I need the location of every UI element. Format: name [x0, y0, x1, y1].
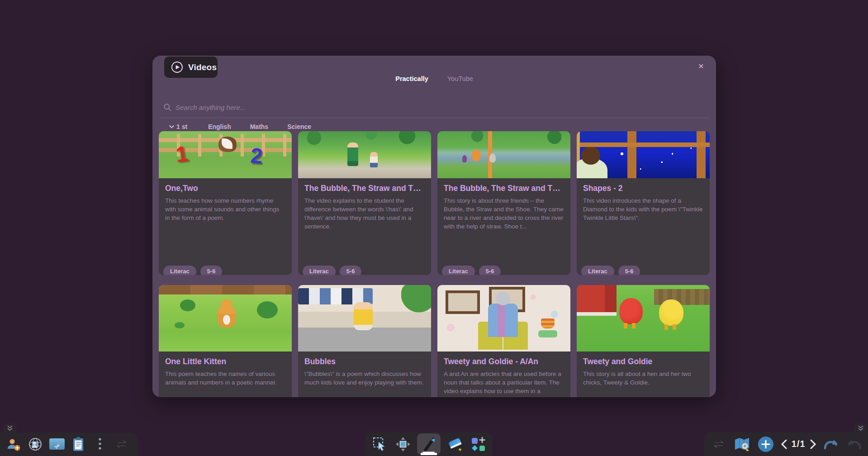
- search-bar: [163, 101, 705, 114]
- share-session-icon: [28, 437, 43, 452]
- video-card[interactable]: Tweety and Goldie This story is all abou…: [577, 285, 710, 397]
- active-tool-indicator: [421, 453, 437, 455]
- add-page-icon: [757, 436, 774, 453]
- collapse-left-toolbar-tab[interactable]: [4, 423, 16, 433]
- undo-button[interactable]: [845, 434, 863, 454]
- redo-button[interactable]: [822, 434, 840, 454]
- video-description: This video introduces the shape of a Dia…: [583, 196, 703, 222]
- subject-badge: Literac: [303, 266, 336, 275]
- tag-row: Literac 5-6: [163, 266, 222, 275]
- video-card[interactable]: The Bubble, The Straw and The … The vide…: [298, 131, 431, 275]
- video-description: A and An are articles that are used befo…: [444, 370, 564, 397]
- character-art: [354, 302, 373, 330]
- videos-modal: Videos × Practically YouTube 1 st Englis…: [152, 56, 716, 397]
- chevron-left-icon: [781, 439, 787, 449]
- thumbnail-digit: 2: [250, 143, 263, 169]
- video-description: \"Bubbles\" is a poem which discusses ho…: [304, 370, 425, 387]
- map-zoom-icon: [734, 437, 750, 451]
- video-title: Shapes - 2: [583, 184, 703, 193]
- double-chevron-down-icon: [7, 425, 13, 431]
- clipboard-button[interactable]: [69, 434, 87, 454]
- kebab-menu-icon: [98, 437, 102, 451]
- add-page-button[interactable]: [757, 434, 775, 454]
- video-card[interactable]: Bubbles \"Bubbles\" is a poem which disc…: [298, 285, 431, 397]
- filter-grade[interactable]: 1 st: [176, 123, 187, 130]
- tag-row: Literac 5-6: [581, 266, 640, 275]
- chevron-down-icon[interactable]: [169, 125, 175, 129]
- character-art: [347, 142, 358, 166]
- search-input[interactable]: [175, 104, 705, 111]
- swap-horizontal-icon: [114, 439, 129, 450]
- subject-badge: Literac: [581, 266, 614, 275]
- clipboard-icon: [72, 437, 85, 452]
- swap-pages-button[interactable]: [710, 434, 728, 454]
- right-toolbar: 1/1: [704, 432, 868, 456]
- eraser-tool-button[interactable]: [446, 434, 464, 454]
- tag-row: Literac 5-6: [442, 266, 501, 275]
- video-thumbnail: [437, 285, 570, 352]
- move-tool-icon: [395, 437, 411, 452]
- subject-badge: Literac: [442, 266, 475, 275]
- select-tool-icon: [373, 437, 387, 451]
- subject-badge: Literac: [163, 266, 196, 275]
- collapse-right-toolbar-tab[interactable]: [854, 423, 867, 433]
- source-tabs: Practically YouTube: [152, 75, 716, 82]
- age-badge: 5-6: [200, 266, 223, 275]
- video-card[interactable]: The Bubble, The Straw and The … This sto…: [437, 131, 570, 275]
- yellow-chick-art: [659, 299, 683, 326]
- filter-english[interactable]: English: [208, 123, 231, 130]
- pen-tool-button[interactable]: [417, 433, 441, 455]
- age-badge: 5-6: [618, 266, 640, 275]
- video-title: The Bubble, The Straw and The …: [304, 184, 425, 193]
- swap-horizontal-icon: [711, 439, 726, 450]
- redo-icon: [823, 437, 839, 451]
- video-description: This teaches how some numbers rhyme with…: [165, 196, 285, 222]
- video-thumbnail: [298, 285, 431, 352]
- swap-pages-button[interactable]: [113, 434, 131, 454]
- filter-science[interactable]: Science: [287, 123, 311, 130]
- character-art: [370, 152, 378, 167]
- video-title: Bubbles: [304, 357, 425, 366]
- tag-row: Literac 5-6: [303, 266, 361, 275]
- video-title: Tweety and Goldie - A/An: [444, 357, 564, 366]
- select-tool-button[interactable]: [371, 434, 389, 454]
- video-card[interactable]: One Little Kitten This poem teaches the …: [159, 285, 292, 397]
- video-card[interactable]: Shapes - 2 This video introduces the sha…: [577, 131, 710, 275]
- tab-youtube[interactable]: YouTube: [447, 75, 473, 82]
- kitten-art: [217, 305, 236, 328]
- video-title: One Little Kitten: [165, 357, 285, 366]
- video-description: The video explains to the student the di…: [304, 196, 425, 231]
- undo-icon: [846, 437, 863, 451]
- next-page-button[interactable]: [810, 439, 816, 449]
- page-indicator: 1/1: [792, 439, 806, 449]
- video-card[interactable]: 1 2 One,Two This teaches how some number…: [159, 131, 292, 275]
- add-user-icon: [6, 437, 21, 451]
- share-session-button[interactable]: [26, 434, 44, 454]
- character-art: [488, 304, 518, 337]
- character-art: [577, 158, 607, 178]
- video-thumbnail: [298, 131, 431, 178]
- more-options-button[interactable]: [91, 434, 109, 454]
- previous-page-button[interactable]: [781, 439, 787, 449]
- search-icon: [163, 103, 171, 111]
- shapes-tool-button[interactable]: [469, 434, 487, 454]
- screen-snip-button[interactable]: ✂: [48, 434, 66, 454]
- red-chick-art: [619, 298, 643, 324]
- search-divider: [159, 118, 709, 118]
- video-thumbnail: 1 2: [159, 131, 292, 178]
- video-cards-grid: 1 2 One,Two This teaches how some number…: [159, 131, 710, 397]
- move-tool-button[interactable]: [394, 434, 412, 454]
- screen-snip-icon: ✂: [49, 437, 65, 451]
- close-icon[interactable]: ×: [694, 59, 708, 73]
- video-card[interactable]: Tweety and Goldie - A/An A and An are ar…: [437, 285, 570, 397]
- filter-maths[interactable]: Maths: [250, 123, 268, 130]
- map-overview-button[interactable]: [733, 434, 751, 454]
- lamp-art: [541, 318, 555, 328]
- videos-header-tab: Videos: [164, 57, 218, 78]
- add-user-button[interactable]: [5, 434, 23, 454]
- tab-practically[interactable]: Practically: [395, 75, 428, 82]
- thumbnail-digit: 1: [175, 141, 190, 167]
- chevron-right-icon: [810, 439, 816, 449]
- shapes-icon: [470, 437, 486, 452]
- double-chevron-down-icon: [858, 425, 864, 431]
